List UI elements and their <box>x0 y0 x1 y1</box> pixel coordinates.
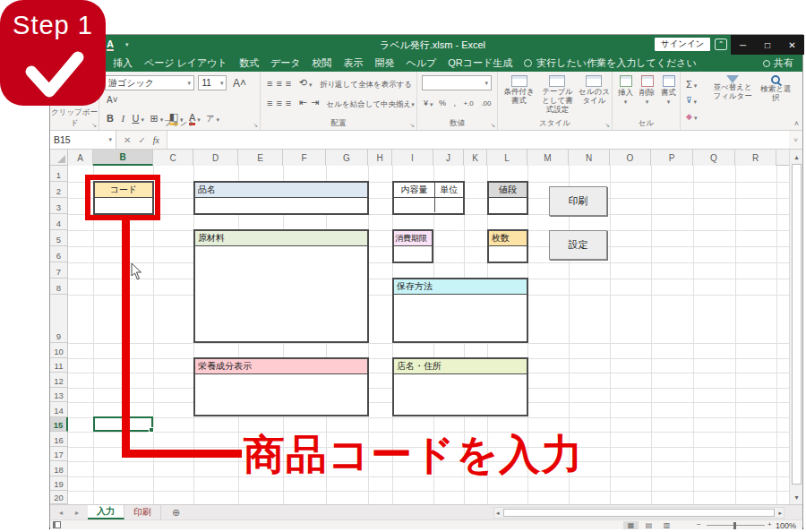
row-header-13[interactable]: 13 <box>50 388 68 403</box>
column-header-K[interactable]: K <box>464 150 487 166</box>
field-name-label[interactable]: 品名 <box>195 183 367 198</box>
sheet-tab-print[interactable]: 印刷 <box>124 505 161 519</box>
font-dialog-launcher-icon[interactable]: ↘ <box>253 122 258 129</box>
chevron-down-icon[interactable]: ▾ <box>430 101 433 107</box>
row-header-7[interactable]: 7 <box>50 262 68 279</box>
row-header-17[interactable]: 17 <box>50 447 68 462</box>
field-unit-label[interactable]: 単位 <box>435 183 463 198</box>
tab-view[interactable]: 表示 <box>343 56 363 70</box>
clear-button[interactable]: ◆▾ <box>684 107 707 124</box>
autosum-button[interactable]: Σ▾ <box>684 75 707 91</box>
scroll-down-icon[interactable]: ▾ <box>791 491 802 503</box>
page-layout-view-icon[interactable]: ▤ <box>641 521 656 529</box>
increase-indent-icon[interactable]: ⇥ <box>311 97 319 108</box>
tab-help[interactable]: ヘルプ <box>406 56 436 70</box>
column-header-G[interactable]: G <box>326 150 368 166</box>
format-cells-button[interactable]: 書式 ▾ <box>659 75 678 119</box>
field-amount-input[interactable] <box>394 198 435 212</box>
next-sheet-icon[interactable]: ▸ <box>75 509 79 517</box>
column-header-E[interactable]: E <box>238 150 283 166</box>
field-ingredients-label[interactable]: 原材料 <box>195 231 367 246</box>
scroll-left-icon[interactable]: ◂ <box>494 510 502 517</box>
settings-button[interactable]: 設定 <box>549 230 607 260</box>
row-header-6[interactable]: 6 <box>50 246 68 262</box>
column-header-F[interactable]: F <box>283 150 326 166</box>
tab-review[interactable]: 校閲 <box>312 56 331 70</box>
decrease-indent-icon[interactable]: ⇤ <box>299 97 307 108</box>
sheet-tab-input[interactable]: 入力 <box>88 505 124 519</box>
column-header-L[interactable]: L <box>487 150 527 166</box>
column-header-O[interactable]: O <box>610 150 651 166</box>
field-store-input[interactable] <box>394 374 527 414</box>
insert-function-icon[interactable]: fx <box>153 135 159 145</box>
column-header-Q[interactable]: Q <box>693 150 735 166</box>
row-header-9[interactable]: 9 <box>50 295 68 343</box>
format-as-table-button[interactable]: テーブルとして書式設定 <box>538 75 577 119</box>
chevron-down-icon[interactable]: ▾ <box>411 101 415 107</box>
collapse-ribbon-icon[interactable]: ˄ <box>794 119 799 128</box>
field-expiry-input[interactable] <box>394 246 432 261</box>
column-header-R[interactable]: R <box>735 150 776 166</box>
field-count-label[interactable]: 枚数 <box>489 231 527 246</box>
sort-filter-button[interactable]: 並べ替えとフィルター <box>710 75 756 119</box>
column-header-P[interactable]: P <box>651 150 693 166</box>
tab-data[interactable]: データ <box>270 56 301 70</box>
row-header-19[interactable]: 19 <box>50 476 68 492</box>
qat-dropdown-icon[interactable]: ▾ <box>125 41 129 48</box>
qat-font-color-icon[interactable]: A <box>107 39 114 51</box>
field-unit-input[interactable] <box>435 198 463 212</box>
increase-decimal-icon[interactable]: +.0 <box>463 99 473 107</box>
column-header-D[interactable]: D <box>193 150 238 166</box>
close-button[interactable]: ✕ <box>780 35 804 55</box>
tell-me-box[interactable]: 実行したい作業を入力してください <box>524 56 697 70</box>
column-header-H[interactable]: H <box>368 150 392 166</box>
share-button[interactable]: 共有 <box>763 56 793 70</box>
grow-font-icon[interactable]: A˄ <box>233 77 246 90</box>
field-amount-label[interactable]: 内容量 <box>394 183 435 198</box>
field-store-label[interactable]: 店名・住所 <box>394 359 527 374</box>
align-middle-icon[interactable]: ≡ <box>276 78 281 89</box>
alignment-dialog-launcher-icon[interactable]: ↘ <box>409 122 415 129</box>
row-header-2[interactable]: 2 <box>50 182 68 198</box>
tab-page-layout[interactable]: ページ レイアウト <box>144 56 227 70</box>
row-header-20[interactable]: 20 <box>50 491 68 504</box>
tab-developer[interactable]: 開発 <box>374 56 394 70</box>
field-name-input[interactable] <box>195 198 367 212</box>
field-storage-input[interactable] <box>394 295 527 340</box>
decrease-decimal-icon[interactable]: .00 <box>481 99 491 107</box>
field-ingredients-input[interactable] <box>195 246 367 340</box>
minimize-button[interactable]: ─ <box>731 35 755 55</box>
zoom-in-icon[interactable]: + <box>767 520 772 528</box>
number-dialog-launcher-icon[interactable]: ↘ <box>490 122 495 129</box>
column-header-B[interactable]: B <box>93 150 153 166</box>
align-bottom-icon[interactable]: ≡ <box>286 78 291 89</box>
ribbon-display-options-icon[interactable]: ⌃ <box>715 39 727 50</box>
row-header-5[interactable]: 5 <box>50 230 68 246</box>
percent-style-icon[interactable]: % <box>439 99 446 107</box>
align-left-icon[interactable]: ≡ <box>267 98 272 108</box>
align-center-icon[interactable]: ≡ <box>276 98 281 108</box>
field-expiry-label[interactable]: 消費期限 <box>394 231 432 246</box>
sign-in-button[interactable]: サインイン <box>655 38 710 51</box>
row-header-18[interactable]: 18 <box>50 461 68 476</box>
find-select-button[interactable]: 検索と選択 <box>759 75 793 119</box>
clipboard-dialog-launcher-icon[interactable]: ↘ <box>91 122 97 129</box>
row-header-1[interactable]: 1 <box>50 166 68 182</box>
column-header-I[interactable]: I <box>392 150 433 166</box>
row-header-3[interactable]: 3 <box>50 198 68 214</box>
align-right-icon[interactable]: ≡ <box>286 98 291 108</box>
comma-style-icon[interactable]: , <box>453 99 456 107</box>
align-top-icon[interactable]: ≡ <box>267 78 272 89</box>
conditional-formatting-button[interactable]: 条件付き書式 <box>502 75 536 119</box>
column-header-M[interactable]: M <box>527 150 569 166</box>
field-price-input[interactable] <box>489 198 527 212</box>
row-header-15[interactable]: 15 <box>50 417 68 433</box>
vertical-scrollbar[interactable]: ▴ ▾ <box>789 150 802 504</box>
tab-insert[interactable]: 挿入 <box>113 56 133 70</box>
merge-center-button[interactable]: セルを結合して中央揃え <box>327 99 412 108</box>
field-price-label[interactable]: 値段 <box>489 183 527 198</box>
font-name-combo[interactable]: 游ゴシック▾ <box>105 75 194 90</box>
row-header-14[interactable]: 14 <box>50 402 68 417</box>
column-header-C[interactable]: C <box>153 150 193 166</box>
horizontal-scroll-thumb[interactable] <box>503 509 776 517</box>
